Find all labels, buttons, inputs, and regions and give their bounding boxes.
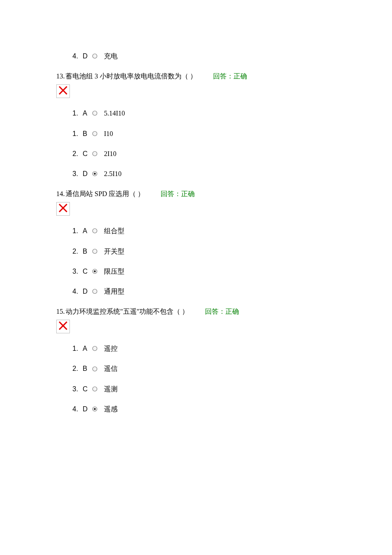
radio-button[interactable]: [92, 131, 102, 136]
question-text: 动力环境监控系统"五遥"功能不包含（ ）: [66, 307, 189, 315]
question-row: 14. 通信局站 SPD 应选用（ ） 回答： 正确: [56, 190, 366, 198]
option-row: 4. D 充电: [72, 52, 366, 60]
radio-off-icon: [92, 346, 98, 351]
option-text: 限压型: [104, 267, 124, 275]
option-text: 遥感: [104, 405, 118, 413]
feedback-value: 正确: [233, 72, 247, 80]
option-text: 遥测: [104, 385, 118, 393]
option-letter: C: [83, 385, 92, 393]
option-letter: B: [83, 247, 92, 255]
page-content: 4. D 充电 13. 蓄电池组 3 小时放电率放电电流倍数为（ ） 回答： 正…: [0, 0, 392, 413]
option-row: 2. B 遥信: [72, 364, 366, 373]
question-block-14: 14. 通信局站 SPD 应选用（ ） 回答： 正确 1. A 组合型 2. B: [56, 190, 366, 295]
radio-button[interactable]: [92, 171, 102, 176]
feedback-label: 回答：: [205, 307, 225, 315]
option-number: 4.: [72, 52, 83, 60]
option-letter: A: [83, 109, 92, 117]
question-number: 14.: [56, 190, 65, 198]
option-row: 3. D 2.5I10: [72, 170, 366, 178]
radio-off-icon: [92, 228, 98, 234]
option-number: 1.: [72, 109, 83, 117]
option-letter: A: [83, 344, 92, 353]
radio-off-icon: [92, 386, 98, 392]
radio-off-icon: [92, 289, 98, 294]
option-number: 1.: [72, 344, 83, 353]
radio-button[interactable]: [92, 249, 102, 254]
option-letter: D: [83, 405, 92, 413]
radio-on-icon: [92, 269, 98, 274]
option-text: 2I10: [104, 150, 116, 158]
radio-off-icon: [92, 131, 98, 136]
radio-on-icon: [92, 171, 98, 176]
option-text: 遥控: [104, 344, 118, 353]
option-number: 2.: [72, 150, 83, 158]
feedback-value: 正确: [225, 307, 239, 315]
option-letter: D: [83, 170, 92, 178]
radio-button[interactable]: [92, 366, 102, 372]
delete-button[interactable]: [56, 202, 70, 216]
option-number: 3.: [72, 267, 83, 275]
radio-on-icon: [92, 406, 98, 412]
delete-button[interactable]: [56, 320, 70, 333]
radio-off-icon: [92, 151, 98, 156]
option-text: 充电: [104, 52, 118, 60]
option-row: 1. B I10: [72, 130, 366, 138]
close-icon: [59, 321, 67, 332]
radio-button[interactable]: [92, 110, 102, 116]
option-text: 5.14I10: [104, 109, 125, 117]
option-row: 1. A 5.14I10: [72, 109, 366, 117]
radio-button[interactable]: [92, 406, 102, 412]
option-number: 3.: [72, 170, 83, 178]
option-number: 4.: [72, 287, 83, 295]
option-number: 3.: [72, 385, 83, 393]
option-row: 2. B 开关型: [72, 247, 366, 255]
question-number: 13.: [56, 72, 65, 80]
radio-off-icon: [92, 366, 98, 372]
option-text: 2.5I10: [104, 170, 121, 178]
close-icon: [59, 204, 67, 214]
option-letter: D: [83, 52, 92, 60]
delete-button[interactable]: [56, 84, 70, 98]
option-text: 开关型: [104, 247, 124, 255]
option-text: 遥信: [104, 364, 118, 373]
radio-off-icon: [92, 249, 98, 254]
feedback-label: 回答：: [213, 72, 233, 80]
option-letter: C: [83, 150, 92, 158]
radio-button[interactable]: [92, 269, 102, 274]
option-row: 3. C 限压型: [72, 267, 366, 275]
option-row: 1. A 遥控: [72, 344, 366, 353]
option-text: 组合型: [104, 227, 124, 235]
question-block-15: 15. 动力环境监控系统"五遥"功能不包含（ ） 回答： 正确 1. A 遥控 …: [56, 307, 366, 413]
question-text: 通信局站 SPD 应选用（ ）: [66, 190, 144, 198]
radio-button[interactable]: [92, 151, 102, 156]
option-row: 2. C 2I10: [72, 150, 366, 158]
option-row: 3. C 遥测: [72, 385, 366, 393]
question-block-13: 13. 蓄电池组 3 小时放电率放电电流倍数为（ ） 回答： 正确 1. A 5…: [56, 72, 366, 178]
radio-off-icon: [92, 110, 98, 116]
radio-button[interactable]: [92, 228, 102, 234]
radio-off-icon: [92, 53, 98, 59]
option-letter: B: [83, 130, 92, 138]
option-number: 2.: [72, 247, 83, 255]
option-text: 通用型: [104, 287, 124, 295]
option-letter: C: [83, 267, 92, 275]
radio-button[interactable]: [92, 289, 102, 294]
option-row: 1. A 组合型: [72, 227, 366, 235]
question-row: 15. 动力环境监控系统"五遥"功能不包含（ ） 回答： 正确: [56, 307, 366, 315]
question-text: 蓄电池组 3 小时放电率放电电流倍数为（ ）: [66, 72, 197, 80]
question-number: 15.: [56, 307, 65, 315]
option-number: 4.: [72, 405, 83, 413]
option-row: 4. D 遥感: [72, 405, 366, 413]
radio-button[interactable]: [92, 53, 102, 59]
radio-button[interactable]: [92, 386, 102, 392]
option-letter: A: [83, 227, 92, 235]
radio-button[interactable]: [92, 346, 102, 351]
feedback-value: 正确: [181, 190, 195, 198]
feedback-label: 回答：: [161, 190, 181, 198]
option-letter: D: [83, 287, 92, 295]
close-icon: [59, 86, 67, 96]
option-letter: B: [83, 364, 92, 373]
option-number: 1.: [72, 227, 83, 235]
question-row: 13. 蓄电池组 3 小时放电率放电电流倍数为（ ） 回答： 正确: [56, 72, 366, 80]
option-row: 4. D 通用型: [72, 287, 366, 295]
